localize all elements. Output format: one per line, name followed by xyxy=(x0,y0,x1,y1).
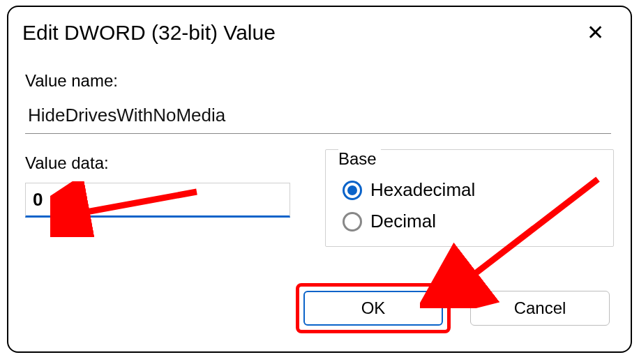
close-icon[interactable]: ✕ xyxy=(581,20,610,46)
dialog-content: Value name: Value data: Base Hexadecimal… xyxy=(8,52,631,247)
edit-dword-dialog: Edit DWORD (32-bit) Value ✕ Value name: … xyxy=(7,6,632,353)
value-data-label: Value data: xyxy=(25,153,304,173)
dialog-title: Edit DWORD (32-bit) Value xyxy=(22,21,276,45)
base-groupbox: Base Hexadecimal Decimal xyxy=(325,149,614,247)
value-data-column: Value data: xyxy=(25,153,304,247)
value-data-and-base-row: Value data: Base Hexadecimal Decimal xyxy=(25,153,614,247)
ok-button[interactable]: OK xyxy=(303,291,443,326)
button-label: Cancel xyxy=(514,298,566,318)
value-data-field[interactable] xyxy=(25,183,290,218)
radio-icon xyxy=(343,181,362,200)
base-legend: Base xyxy=(338,149,381,169)
title-bar: Edit DWORD (32-bit) Value ✕ xyxy=(8,7,631,52)
radio-hexadecimal[interactable]: Hexadecimal xyxy=(343,179,596,201)
radio-icon xyxy=(343,212,362,232)
value-name-field[interactable] xyxy=(25,100,611,134)
value-name-label: Value name: xyxy=(25,71,614,91)
ok-highlight-annotation: OK xyxy=(296,283,451,333)
cancel-button[interactable]: Cancel xyxy=(470,291,610,326)
button-label: OK xyxy=(361,298,386,318)
dialog-button-row: OK Cancel xyxy=(296,283,610,333)
radio-label: Decimal xyxy=(370,211,436,232)
radio-decimal[interactable]: Decimal xyxy=(343,211,596,232)
radio-label: Hexadecimal xyxy=(370,179,475,201)
